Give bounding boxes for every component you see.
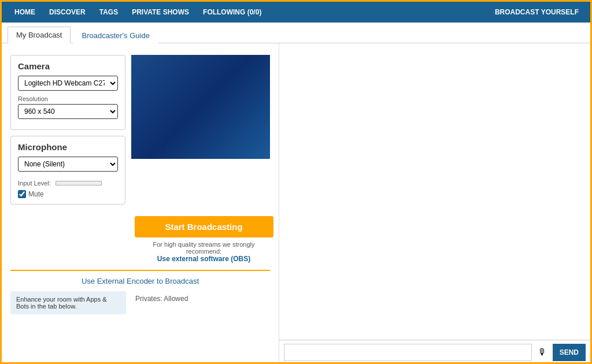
resolution-label: Resolution bbox=[18, 95, 118, 102]
input-level-bar bbox=[56, 181, 102, 185]
send-button[interactable]: SEND bbox=[553, 344, 586, 361]
chat-area bbox=[279, 43, 590, 340]
chat-input[interactable] bbox=[284, 344, 532, 361]
nav-private-shows[interactable]: PRIVATE SHOWS bbox=[125, 2, 196, 23]
left-panel: Camera Logitech HD Webcam C270 ( Resolut… bbox=[2, 43, 279, 364]
nav-tags[interactable]: TAGS bbox=[92, 2, 125, 23]
broadcast-area: Start Broadcasting For high quality stre… bbox=[10, 216, 270, 263]
mute-checkbox[interactable] bbox=[18, 190, 26, 198]
broadcast-yourself-button[interactable]: BROADCAST YOURSELF bbox=[489, 2, 584, 23]
camera-section: Camera Logitech HD Webcam C270 ( Resolut… bbox=[10, 55, 125, 130]
tabs-bar: My Broadcast Broadcaster's Guide bbox=[2, 23, 590, 43]
camera-preview bbox=[131, 55, 270, 159]
apps-hint-box: Enhance your room with Apps & Bots in th… bbox=[10, 291, 126, 314]
input-level-row: Input Level: bbox=[18, 180, 118, 187]
start-broadcasting-button[interactable]: Start Broadcasting bbox=[135, 216, 273, 237]
microphone-section: Microphone None (Silent) Input Level: Mu… bbox=[10, 136, 125, 205]
privates-text: Privates: Allowed bbox=[135, 291, 188, 303]
tab-my-broadcast[interactable]: My Broadcast bbox=[8, 27, 71, 43]
privates-label: Privates: bbox=[135, 295, 162, 303]
right-panel: 🎙 SEND bbox=[279, 43, 590, 364]
microphone-device-select[interactable]: None (Silent) bbox=[18, 157, 118, 172]
privates-status: Allowed bbox=[164, 295, 188, 303]
nav-following[interactable]: FOLLOWING (0/0) bbox=[196, 2, 268, 23]
mute-text: Mute bbox=[28, 190, 44, 198]
camera-controls: Camera Logitech HD Webcam C270 ( Resolut… bbox=[10, 55, 125, 210]
resolution-select[interactable]: 960 x 540 1280 x 720 640 x 480 320 x 240 bbox=[18, 104, 118, 119]
privates-bar: Enhance your room with Apps & Bots in th… bbox=[10, 291, 270, 314]
encoder-link-area: Use External Encoder to Broadcast bbox=[10, 270, 270, 285]
emoji-button[interactable]: 🎙 bbox=[535, 346, 549, 359]
nav-discover[interactable]: DISCOVER bbox=[42, 2, 92, 23]
microphone-title: Microphone bbox=[18, 142, 118, 152]
camera-device-select[interactable]: Logitech HD Webcam C270 ( bbox=[18, 76, 118, 91]
chat-input-bar: 🎙 SEND bbox=[279, 340, 590, 364]
mute-label[interactable]: Mute bbox=[18, 190, 118, 198]
tab-broadcasters-guide[interactable]: Broadcaster's Guide bbox=[73, 27, 158, 43]
camera-title: Camera bbox=[18, 61, 118, 71]
encoder-link[interactable]: Use External Encoder to Broadcast bbox=[82, 277, 199, 285]
obs-link[interactable]: Use external software (OBS) bbox=[157, 255, 250, 263]
recommend-text: For high quality streams we strongly rec… bbox=[138, 241, 270, 263]
recommend-label: For high quality streams we strongly rec… bbox=[153, 241, 254, 255]
input-level-label: Input Level: bbox=[18, 180, 51, 187]
main-area: Camera Logitech HD Webcam C270 ( Resolut… bbox=[2, 43, 590, 364]
top-navigation: HOME DISCOVER TAGS PRIVATE SHOWS FOLLOWI… bbox=[2, 2, 590, 23]
nav-home[interactable]: HOME bbox=[8, 2, 42, 23]
camera-layout: Camera Logitech HD Webcam C270 ( Resolut… bbox=[10, 55, 270, 210]
